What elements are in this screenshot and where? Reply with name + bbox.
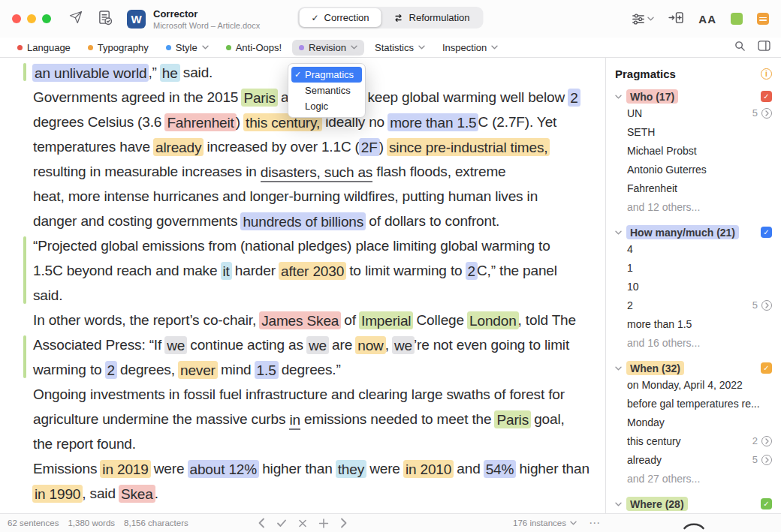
- list-item[interactable]: already5: [615, 450, 772, 469]
- annotation-orange[interactable]: already: [153, 138, 204, 156]
- list-item[interactable]: Monday: [615, 413, 772, 431]
- segment-reformulation[interactable]: Reformulation: [381, 8, 482, 27]
- list-item[interactable]: and 12 others...: [615, 197, 772, 216]
- segment-correction[interactable]: ✓Correction: [300, 8, 381, 27]
- previous-icon[interactable]: [258, 518, 265, 528]
- green-swatch-icon[interactable]: [731, 13, 743, 25]
- annotation-underline[interactable]: disasters, such as: [261, 163, 372, 182]
- list-item[interactable]: Fahrenheit: [615, 179, 772, 197]
- text-size-icon[interactable]: AA: [698, 13, 716, 26]
- add-icon[interactable]: [319, 518, 329, 528]
- instances-dropdown[interactable]: 176 instances: [513, 518, 577, 527]
- tab-style[interactable]: Style: [159, 40, 216, 56]
- checkbox-when[interactable]: ✓: [761, 362, 772, 374]
- sidebar-toggle-icon[interactable]: [758, 41, 770, 54]
- annotation-pink[interactable]: James Skea: [259, 311, 341, 329]
- section-header-where[interactable]: Where (28)✓: [615, 497, 772, 511]
- import-add-icon[interactable]: [668, 11, 684, 27]
- circle-chevron-icon[interactable]: [761, 455, 772, 465]
- tab-revision[interactable]: Revision: [292, 40, 364, 56]
- section-when: When (32)✓on Monday, April 4, 2022before…: [615, 361, 772, 488]
- list-item[interactable]: 4: [615, 239, 772, 258]
- annotation-orange[interactable]: in 1990: [32, 485, 83, 503]
- list-item[interactable]: and 16 others...: [615, 333, 772, 352]
- circle-chevron-icon[interactable]: [761, 108, 772, 119]
- settings-sliders-icon[interactable]: [632, 14, 654, 25]
- circle-chevron-icon[interactable]: [761, 300, 772, 311]
- annotation-orange[interactable]: in 2019: [100, 460, 150, 478]
- checkbox-who[interactable]: ✓: [761, 91, 772, 102]
- annotation-blue[interactable]: about 12%: [188, 460, 260, 478]
- checkbox-where[interactable]: ✓: [761, 498, 772, 509]
- annotation-underline[interactable]: in: [289, 410, 300, 430]
- tab-language[interactable]: Language: [11, 40, 77, 56]
- more-icon[interactable]: ⋯: [589, 516, 601, 530]
- list-item[interactable]: 25: [615, 296, 772, 314]
- zoom-button[interactable]: [42, 14, 51, 23]
- annotation-gray[interactable]: we: [306, 336, 329, 354]
- list-item[interactable]: more than 1.5: [615, 314, 772, 333]
- annotation-gray[interactable]: we: [164, 336, 187, 354]
- annotation-cyan[interactable]: it: [221, 262, 232, 280]
- annotation-blue[interactable]: 2: [568, 89, 580, 107]
- list-item[interactable]: on Monday, April 4, 2022: [615, 375, 772, 394]
- drawer-handle-icon[interactable]: [683, 519, 705, 532]
- annotation-blue[interactable]: hundreds of billions: [240, 212, 366, 230]
- list-item[interactable]: before gal temperatures re...: [615, 394, 772, 413]
- menu-item-pragmatics[interactable]: ✓Pragmatics: [291, 67, 362, 83]
- circle-chevron-icon[interactable]: [761, 436, 772, 446]
- list-item[interactable]: Antonio Guterres: [615, 160, 772, 179]
- annotation-orange[interactable]: since pre-industrial times,: [387, 138, 550, 156]
- list-item[interactable]: 10: [615, 277, 772, 296]
- search-icon[interactable]: [734, 41, 746, 55]
- reject-icon[interactable]: [299, 519, 307, 527]
- annotation-blue[interactable]: 2: [466, 262, 478, 280]
- annotation-cyan[interactable]: they: [336, 460, 366, 478]
- proofread-document-icon[interactable]: [98, 10, 112, 29]
- annotation-cyan[interactable]: he: [160, 64, 180, 82]
- approve-icon[interactable]: [277, 519, 287, 527]
- list-item[interactable]: 1: [615, 258, 772, 277]
- checkbox-how-many-much[interactable]: ✓: [761, 227, 772, 238]
- list-item[interactable]: SETH: [615, 122, 772, 141]
- annotation-gray[interactable]: we: [392, 336, 415, 354]
- document-subtitle: Microsoft Word – Article.docx: [153, 21, 260, 30]
- orange-notes-icon[interactable]: [757, 13, 769, 25]
- annotation-blue[interactable]: 1.5: [255, 361, 279, 379]
- text-run: resulting in measurable increases in: [33, 164, 261, 179]
- annotation-blue[interactable]: 2F: [359, 138, 380, 156]
- annotation-green[interactable]: Paris: [241, 89, 278, 107]
- list-item[interactable]: and 27 others...: [615, 469, 772, 488]
- annotation-pink[interactable]: Fahrenheit: [164, 113, 236, 131]
- annotation-green[interactable]: London: [467, 311, 519, 329]
- info-icon[interactable]: i: [761, 68, 772, 80]
- annotation-orange[interactable]: never: [178, 361, 218, 379]
- annotation-green[interactable]: Imperial: [359, 311, 413, 329]
- minimize-button[interactable]: [27, 14, 36, 23]
- close-button[interactable]: [12, 14, 21, 23]
- annotation-orange[interactable]: after 2030: [279, 262, 346, 280]
- instances-label: 176 instances: [513, 518, 566, 527]
- annotation-orange[interactable]: in 2010: [403, 460, 454, 478]
- list-item[interactable]: Michael Probst: [615, 141, 772, 160]
- annotation-green[interactable]: Paris: [494, 410, 531, 428]
- menu-item-logic[interactable]: Logic: [291, 98, 362, 114]
- tab-statistics[interactable]: Statistics: [368, 40, 432, 56]
- section-header-who[interactable]: Who (17)✓: [615, 89, 772, 104]
- tab-inspection[interactable]: Inspection: [436, 40, 505, 56]
- list-item[interactable]: this century2: [615, 431, 772, 450]
- annotation-orange[interactable]: now: [355, 336, 385, 354]
- annotation-pink[interactable]: Skea: [119, 485, 155, 503]
- tab-anti-oops[interactable]: Anti-Oops!: [219, 40, 288, 56]
- tab-typography[interactable]: Typography: [81, 40, 155, 56]
- annotation-blue[interactable]: 2: [105, 361, 117, 379]
- section-header-when[interactable]: When (32)✓: [615, 361, 772, 375]
- list-item[interactable]: UN5: [615, 104, 772, 122]
- annotation-blue[interactable]: 54%: [484, 460, 517, 478]
- section-header-how-many-much[interactable]: How many/much (21)✓: [615, 225, 772, 239]
- send-icon[interactable]: [69, 11, 83, 27]
- next-icon[interactable]: [341, 518, 348, 528]
- annotation-blue[interactable]: an unlivable world: [32, 64, 149, 82]
- annotation-blue[interactable]: more than 1.5: [387, 113, 478, 131]
- menu-item-semantics[interactable]: Semantics: [291, 83, 362, 98]
